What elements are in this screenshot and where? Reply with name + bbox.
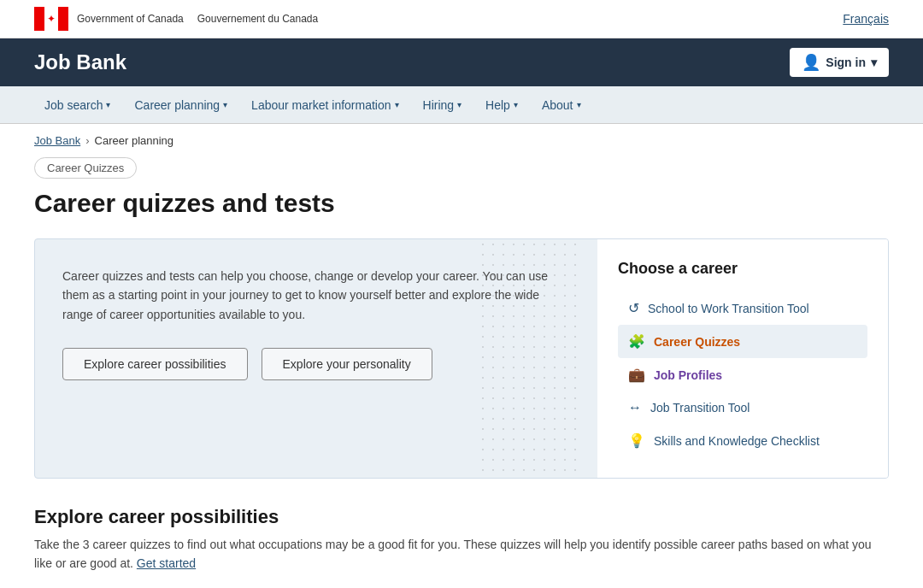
nav-hiring-label: Hiring bbox=[423, 98, 455, 112]
nav-about[interactable]: About ▾ bbox=[532, 90, 591, 121]
nav-career-planning[interactable]: Career planning ▾ bbox=[124, 90, 238, 121]
gov-text: Government of Canada Gouvernement du Can… bbox=[77, 12, 318, 26]
explore-section-title: Explore career possibilities bbox=[34, 506, 889, 528]
sidebar-item-skills-checklist[interactable]: 💡 Skills and Knowledge Checklist bbox=[618, 424, 867, 457]
gov-logo: ✦ Government of Canada Gouvernement du C… bbox=[34, 7, 318, 31]
sidebar-item-job-profiles[interactable]: 💼 Job Profiles bbox=[618, 358, 867, 391]
breadcrumb-home[interactable]: Job Bank bbox=[34, 134, 80, 147]
sign-in-button[interactable]: 👤 Sign in ▾ bbox=[790, 48, 889, 77]
nav-hiring[interactable]: Hiring ▾ bbox=[413, 90, 473, 121]
account-icon: 👤 bbox=[802, 53, 820, 72]
sidebar-item-job-transition[interactable]: ↔ Job Transition Tool bbox=[618, 391, 867, 424]
nav-hiring-chevron: ▾ bbox=[457, 100, 462, 109]
gov-bar: ✦ Government of Canada Gouvernement du C… bbox=[0, 0, 923, 38]
sign-in-chevron-icon: ▾ bbox=[871, 56, 877, 69]
page-title: Career quizzes and tests bbox=[34, 189, 889, 218]
maple-leaf-icon: ✦ bbox=[47, 13, 56, 25]
nav-job-search-chevron: ▾ bbox=[106, 100, 110, 109]
sidebar-item-job-profiles-label: Job Profiles bbox=[654, 368, 722, 382]
sidebar-item-skills-checklist-label: Skills and Knowledge Checklist bbox=[654, 434, 820, 448]
career-quizzes-icon: 🧩 bbox=[628, 333, 645, 350]
skills-checklist-icon: 💡 bbox=[628, 432, 645, 449]
sidebar-title: Choose a career bbox=[618, 260, 867, 278]
nav-lmi-label: Labour market information bbox=[251, 98, 391, 112]
gov-text-fr: Gouvernement du Canada bbox=[197, 12, 318, 26]
main-nav: Job search ▾ Career planning ▾ Labour ma… bbox=[0, 86, 923, 124]
language-toggle[interactable]: Français bbox=[843, 12, 889, 26]
sidebar-item-career-quizzes[interactable]: 🧩 Career Quizzes bbox=[618, 325, 867, 358]
sidebar-item-job-transition-label: Job Transition Tool bbox=[650, 401, 750, 415]
nav-help[interactable]: Help ▾ bbox=[475, 90, 528, 121]
job-transition-icon: ↔ bbox=[628, 400, 642, 415]
breadcrumb-separator: › bbox=[85, 134, 89, 147]
card-section: Career quizzes and tests can help you ch… bbox=[34, 238, 889, 479]
gov-name-en: Government of Canada bbox=[77, 12, 184, 26]
nav-about-label: About bbox=[542, 98, 573, 112]
sidebar-item-school-to-work-label: School to Work Transition Tool bbox=[648, 302, 809, 315]
job-bank-header: Job Bank 👤 Sign in ▾ bbox=[0, 38, 923, 86]
gov-name-fr: Gouvernement du Canada bbox=[197, 12, 318, 26]
explore-section: Explore career possibilities Take the 3 … bbox=[34, 506, 889, 573]
main-content: Career Quizzes Career quizzes and tests … bbox=[0, 157, 923, 588]
sign-in-label: Sign in bbox=[826, 56, 866, 69]
nav-job-search-label: Job search bbox=[44, 98, 103, 112]
school-to-work-icon: ↺ bbox=[628, 300, 639, 316]
card-bg-decoration bbox=[478, 239, 580, 478]
explore-text: Take the 3 career quizzes to find out wh… bbox=[34, 535, 889, 573]
nav-career-planning-label: Career planning bbox=[134, 98, 220, 112]
job-profiles-icon: 💼 bbox=[628, 367, 645, 383]
nav-about-chevron: ▾ bbox=[577, 100, 581, 109]
card-sidebar: Choose a career ↺ School to Work Transit… bbox=[597, 239, 888, 478]
card-left: Career quizzes and tests can help you ch… bbox=[35, 239, 580, 478]
breadcrumb-current: Career planning bbox=[95, 134, 174, 147]
nav-lmi-chevron: ▾ bbox=[395, 100, 399, 109]
breadcrumb: Job Bank › Career planning bbox=[0, 124, 923, 157]
nav-help-label: Help bbox=[485, 98, 510, 112]
explore-career-button[interactable]: Explore career possibilities bbox=[62, 348, 248, 380]
canada-flag: ✦ bbox=[34, 7, 68, 31]
nav-career-planning-chevron: ▾ bbox=[223, 100, 227, 109]
sidebar-item-school-to-work[interactable]: ↺ School to Work Transition Tool bbox=[618, 291, 867, 325]
nav-help-chevron: ▾ bbox=[514, 100, 518, 109]
get-started-link[interactable]: Get started bbox=[137, 556, 196, 570]
sidebar-item-career-quizzes-label: Career Quizzes bbox=[654, 335, 740, 349]
gov-text-en: Government of Canada bbox=[77, 12, 184, 26]
job-bank-title: Job Bank bbox=[34, 50, 126, 74]
nav-job-search[interactable]: Job search ▾ bbox=[34, 90, 121, 121]
page-badge: Career Quizzes bbox=[34, 157, 137, 179]
explore-personality-button[interactable]: Explore your personality bbox=[262, 348, 432, 380]
nav-lmi[interactable]: Labour market information ▾ bbox=[241, 90, 409, 121]
